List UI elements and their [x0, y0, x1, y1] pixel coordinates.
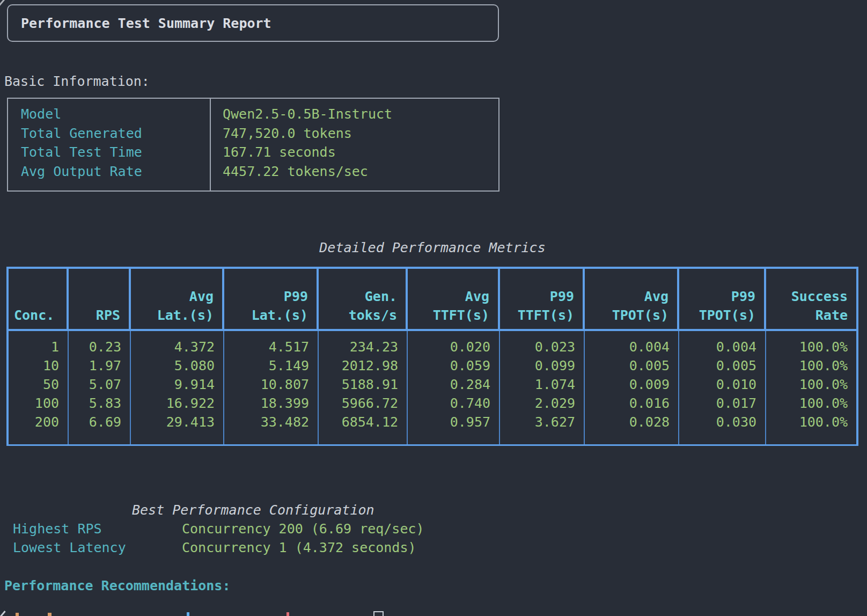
- corner-artifact: [0, 0, 5, 6]
- metrics-value: 5.07: [69, 375, 121, 394]
- metrics-column-header: P99 TTFT(s): [500, 269, 585, 329]
- report-title: Performance Test Summary Report: [21, 16, 271, 31]
- bullet-icon: •: [36, 614, 45, 616]
- best-config-title: Best Performance Configuration: [132, 501, 374, 519]
- metrics-value: 3.627: [500, 413, 575, 431]
- metrics-value: 5.080: [131, 356, 215, 375]
- best-config-label: Lowest Latency: [13, 538, 126, 557]
- basic-info-value: 4457.22 tokens/sec: [223, 162, 498, 181]
- report-title-panel: Performance Test Summary Report: [7, 4, 499, 42]
- metrics-value: 1: [9, 338, 59, 356]
- metrics-column: 100.0%100.0%100.0%100.0%100.0%: [766, 331, 856, 444]
- metrics-value: 0.023: [500, 338, 575, 356]
- metrics-value: 29.413: [131, 413, 215, 431]
- basic-info-values-column: Qwen2.5-0.5B-Instruct747,520.0 tokens167…: [210, 99, 498, 190]
- metrics-table: Conc.RPSAvg Lat.(s)P99 Lat.(s)Gen. toks/…: [6, 267, 858, 446]
- metrics-value: 0.017: [679, 394, 756, 413]
- metrics-value: 100.0%: [766, 356, 848, 375]
- metrics-value: 0.005: [679, 356, 756, 375]
- basic-info-label: Total Test Time: [21, 143, 210, 162]
- metrics-column-header: P99 TPOT(s): [679, 269, 766, 329]
- metrics-value: 10.807: [224, 375, 309, 394]
- metrics-value: 0.010: [679, 375, 756, 394]
- basic-info-value: Qwen2.5-0.5B-Instruct: [223, 105, 498, 124]
- basic-info-panel: ModelTotal GeneratedTotal Test TimeAvg O…: [7, 98, 499, 192]
- metrics-column: 0.0230.0991.0742.0293.627: [500, 331, 585, 444]
- metrics-value: 2012.98: [319, 356, 398, 375]
- clipped-glyph-fragment: [16, 613, 19, 616]
- metrics-column-header: Conc.: [9, 269, 69, 329]
- metrics-value: 5.83: [69, 394, 121, 413]
- metrics-column: 0.231.975.075.836.69: [69, 331, 131, 444]
- metrics-column-header: Avg TTFT(s): [408, 269, 500, 329]
- basic-info-labels-column: ModelTotal GeneratedTotal Test TimeAvg O…: [8, 99, 210, 190]
- metrics-value: 100.0%: [766, 375, 848, 394]
- clipped-glyph-fragment: [373, 611, 384, 616]
- metrics-column-header: RPS: [69, 269, 131, 329]
- recommendations-heading: Performance Recommendations:: [4, 576, 230, 595]
- metrics-value: 5188.91: [319, 375, 398, 394]
- metrics-column: 234.232012.985188.915966.726854.12: [319, 331, 408, 444]
- metrics-value: 33.482: [224, 413, 309, 431]
- best-config-row-highest-rps: Highest RPS Concurrency 200 (6.69 req/se…: [0, 519, 867, 538]
- metrics-value: 0.957: [408, 413, 490, 431]
- metrics-value: 1.97: [69, 356, 121, 375]
- basic-info-label: Avg Output Rate: [21, 162, 210, 181]
- recommendation-item: •The system seems not to have reached it…: [4, 595, 764, 616]
- basic-info-heading: Basic Information:: [4, 72, 150, 91]
- metrics-value: 6.69: [69, 413, 121, 431]
- metrics-value: 200: [9, 413, 59, 431]
- metrics-column: 4.5175.14910.80718.39933.482: [224, 331, 319, 444]
- metrics-value: 0.005: [585, 356, 670, 375]
- metrics-value: 5966.72: [319, 394, 398, 413]
- best-config-value: Concurrency 1 (4.372 seconds): [182, 538, 416, 557]
- metrics-column-header: Gen. toks/s: [319, 269, 408, 329]
- metrics-value: 9.914: [131, 375, 215, 394]
- best-config-row-lowest-latency: Lowest Latency Concurrency 1 (4.372 seco…: [0, 538, 867, 557]
- metrics-value: 4.517: [224, 338, 309, 356]
- basic-info-label: Total Generated: [21, 124, 210, 143]
- metrics-value: 0.284: [408, 375, 490, 394]
- metrics-column: 0.0200.0590.2840.7400.957: [408, 331, 500, 444]
- metrics-value: 2.029: [500, 394, 575, 413]
- metrics-value: 0.099: [500, 356, 575, 375]
- metrics-column-header: P99 Lat.(s): [224, 269, 319, 329]
- metrics-value: 18.399: [224, 394, 309, 413]
- metrics-value: 0.740: [408, 394, 490, 413]
- metrics-value: 1.074: [500, 375, 575, 394]
- clipped-glyph-fragment: [286, 612, 289, 616]
- metrics-column-header: Success Rate: [766, 269, 856, 329]
- best-config-label: Highest RPS: [13, 519, 102, 538]
- terminal-screen: Performance Test Summary Report Basic In…: [0, 0, 867, 616]
- metrics-value: 16.922: [131, 394, 215, 413]
- metrics-value: 0.004: [679, 338, 756, 356]
- metrics-value: 234.23: [319, 338, 398, 356]
- metrics-value: 0.004: [585, 338, 670, 356]
- metrics-table-title: Detailed Performance Metrics: [6, 238, 858, 257]
- metrics-value: 0.016: [585, 394, 670, 413]
- metrics-value: 4.372: [131, 338, 215, 356]
- metrics-value: 100: [9, 394, 59, 413]
- basic-info-value: 167.71 seconds: [223, 143, 498, 162]
- metrics-column-header: Avg Lat.(s): [131, 269, 224, 329]
- metrics-body: 110501002000.231.975.075.836.694.3725.08…: [9, 331, 856, 444]
- metrics-value: 50: [9, 375, 59, 394]
- metrics-value: 100.0%: [766, 338, 848, 356]
- metrics-value: 0.020: [408, 338, 490, 356]
- basic-info-value: 747,520.0 tokens: [223, 124, 498, 143]
- metrics-column: 4.3725.0809.91416.92229.413: [131, 331, 224, 444]
- metrics-value: 100.0%: [766, 413, 848, 431]
- metrics-value: 0.059: [408, 356, 490, 375]
- best-config-value: Concurrency 200 (6.69 req/sec): [182, 519, 424, 538]
- metrics-value: 0.009: [585, 375, 670, 394]
- metrics-value: 6854.12: [319, 413, 398, 431]
- metrics-header-row: Conc.RPSAvg Lat.(s)P99 Lat.(s)Gen. toks/…: [9, 269, 856, 331]
- metrics-column: 0.0040.0050.0090.0160.028: [585, 331, 679, 444]
- metrics-column-header: Avg TPOT(s): [585, 269, 679, 329]
- metrics-value: 5.149: [224, 356, 309, 375]
- metrics-value: 0.030: [679, 413, 756, 431]
- clipped-glyph-fragment: [187, 612, 189, 616]
- metrics-value: 0.028: [585, 413, 670, 431]
- clipped-glyph-fragment: [48, 613, 52, 616]
- basic-info-label: Model: [21, 105, 210, 124]
